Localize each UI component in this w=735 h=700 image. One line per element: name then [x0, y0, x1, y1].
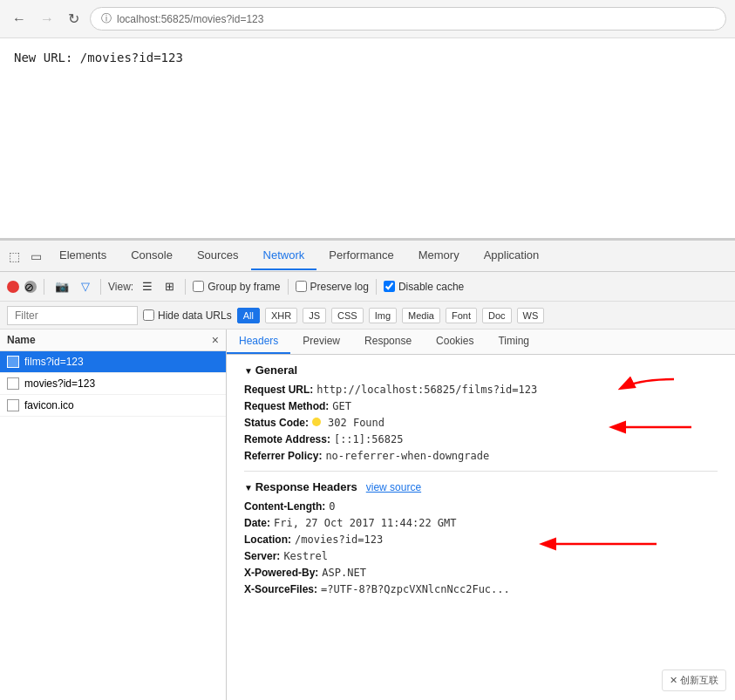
request-method-key: Request Method: [244, 400, 329, 412]
detail-tab-timing[interactable]: Timing [486, 330, 541, 354]
page-text: New URL: /movies?id=123 [14, 51, 183, 65]
tab-elements[interactable]: Elements [47, 241, 119, 270]
preserve-log-checkbox[interactable] [296, 281, 307, 292]
inspect-icon[interactable]: ⬚ [3, 246, 25, 267]
page-content: New URL: /movies?id=123 [0, 38, 735, 239]
filter-icon[interactable]: ▽ [78, 278, 93, 295]
referrer-policy-row: Referrer Policy: no-referrer-when-downgr… [244, 450, 718, 462]
separator-4 [288, 279, 289, 295]
content-length-val: 0 [329, 500, 335, 513]
file-icon-favicon [7, 399, 19, 411]
tab-console[interactable]: Console [119, 241, 185, 270]
tab-network[interactable]: Network [251, 241, 317, 270]
detail-tab-headers[interactable]: Headers [227, 330, 290, 354]
devtools-main: Name × films?id=123 movies?id=123 favico… [0, 330, 735, 700]
clear-button[interactable]: ⊘ [24, 281, 37, 293]
file-list-header: Name × [0, 330, 226, 351]
separator-3 [185, 279, 186, 295]
filter-css[interactable]: CSS [331, 308, 364, 323]
filter-img[interactable]: Img [369, 308, 397, 323]
disable-cache-label[interactable]: Disable cache [384, 281, 464, 293]
file-name-films: films?id=123 [24, 356, 84, 368]
status-dot [312, 418, 321, 426]
tab-sources[interactable]: Sources [185, 241, 251, 270]
filter-media[interactable]: Media [402, 308, 440, 323]
hide-data-urls-checkbox[interactable] [143, 309, 154, 321]
filter-js[interactable]: JS [303, 308, 326, 323]
filter-ws[interactable]: WS [517, 308, 545, 323]
status-code-val: 302 Found [328, 417, 385, 429]
general-section: General Request URL: http://localhost:56… [244, 364, 718, 462]
filter-all[interactable]: All [237, 308, 260, 323]
address-bar[interactable]: ⓘ localhost:56825/movies?id=123 [90, 7, 726, 31]
filter-font[interactable]: Font [446, 308, 477, 323]
arrow-request-url [613, 372, 683, 398]
file-list: films?id=123 movies?id=123 favicon.ico [0, 351, 226, 700]
security-icon: ⓘ [101, 11, 112, 26]
camera-icon[interactable]: 📷 [51, 278, 72, 295]
separator-1 [44, 279, 44, 295]
file-item-films[interactable]: films?id=123 [0, 351, 226, 373]
watermark-text: ✕ 创新互联 [670, 674, 718, 687]
file-name-favicon: favicon.ico [24, 399, 74, 411]
disable-cache-checkbox[interactable] [384, 281, 395, 292]
server-val: Kestrel [283, 550, 328, 562]
file-list-close-button[interactable]: × [212, 333, 219, 347]
record-button[interactable] [7, 281, 19, 293]
x-source-files-row: X-SourceFiles: =?UTF-8?B?QzpcVXNlcnNcc2F… [244, 583, 718, 595]
devtools-panel: ⬚ ▭ Elements Console Sources Network Per… [0, 239, 735, 700]
address-text: localhost:56825/movies?id=123 [117, 13, 263, 25]
tab-application[interactable]: Application [472, 241, 552, 270]
file-icon-movies [7, 377, 19, 390]
x-powered-by-row: X-Powered-By: ASP.NET [244, 567, 718, 579]
view-list-icon[interactable]: ☰ [139, 278, 156, 295]
file-icon-films [7, 356, 19, 368]
filter-row: Hide data URLs All XHR JS CSS Img Media … [0, 302, 735, 330]
tab-performance[interactable]: Performance [316, 241, 405, 270]
watermark: ✕ 创新互联 [662, 669, 726, 691]
device-icon[interactable]: ▭ [25, 246, 47, 267]
preserve-log-label[interactable]: Preserve log [296, 281, 369, 293]
details-panel: Headers Preview Response Cookies Timing … [227, 330, 735, 700]
date-key: Date: [244, 517, 270, 529]
view-source-link[interactable]: view source [366, 481, 421, 493]
detail-tab-cookies[interactable]: Cookies [424, 330, 486, 354]
detail-tab-response[interactable]: Response [352, 330, 424, 354]
filter-doc[interactable]: Doc [482, 308, 512, 323]
tab-memory[interactable]: Memory [406, 241, 472, 270]
forward-button[interactable]: → [37, 10, 58, 29]
section-divider [244, 471, 718, 472]
view-label: View: [108, 281, 133, 293]
file-item-movies[interactable]: movies?id=123 [0, 373, 226, 395]
devtools-toolbar: ⊘ 📷 ▽ View: ☰ ⊞ Group by frame Preserve … [0, 272, 735, 302]
server-key: Server: [244, 550, 280, 562]
detail-tab-preview[interactable]: Preview [290, 330, 352, 354]
referrer-policy-key: Referrer Policy: [244, 450, 322, 462]
x-source-files-val: =?UTF-8?B?QzpcVXNlcnNcc2Fuc... [321, 583, 510, 595]
group-by-frame-checkbox[interactable] [193, 281, 204, 292]
remote-address-val: [::1]:56825 [334, 433, 403, 445]
filter-xhr[interactable]: XHR [265, 308, 297, 323]
content-length-row: Content-Length: 0 [244, 500, 718, 513]
location-key: Location: [244, 533, 291, 546]
group-by-frame-label[interactable]: Group by frame [193, 281, 280, 293]
location-row: Location: /movies?id=123 [244, 533, 718, 546]
arrow-status-code [595, 417, 700, 441]
request-url-key: Request URL: [244, 384, 313, 396]
file-item-favicon[interactable]: favicon.ico [0, 395, 226, 417]
date-val: Fri, 27 Oct 2017 11:44:22 GMT [274, 517, 457, 529]
view-group-icon[interactable]: ⊞ [161, 278, 178, 295]
separator-2 [100, 279, 101, 295]
referrer-policy-val: no-referrer-when-downgrade [325, 450, 489, 462]
filter-input[interactable] [7, 306, 138, 325]
back-button[interactable]: ← [9, 10, 30, 29]
hide-data-urls-label[interactable]: Hide data URLs [143, 309, 232, 322]
separator-5 [376, 279, 377, 295]
file-name-movies: movies?id=123 [24, 377, 95, 390]
reload-button[interactable]: ↻ [65, 9, 83, 29]
x-powered-by-key: X-Powered-By: [244, 567, 318, 579]
location-val: /movies?id=123 [295, 533, 383, 546]
status-code-row: Status Code: 302 Found [244, 417, 718, 429]
response-headers-title-row: Response Headers view source [244, 480, 718, 493]
detail-content: General Request URL: http://localhost:56… [227, 355, 735, 700]
